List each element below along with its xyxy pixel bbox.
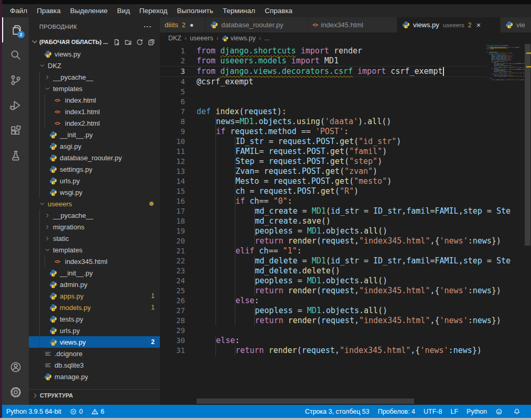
code-line-2[interactable]: 2from useeers.models import MD1 — [160, 56, 486, 66]
code-line-7[interactable]: 7def index(request): — [160, 107, 486, 117]
tree-folder-__pycache__[interactable]: __pycache__ — [29, 71, 160, 83]
menu-item-2[interactable]: Выделение — [66, 4, 113, 17]
tree-file-index1.html[interactable]: <>index1.html — [29, 106, 160, 117]
tree-file-index2.html[interactable]: <>index2.html — [29, 117, 160, 129]
breadcrumb-item-useeers[interactable]: useeers — [190, 35, 213, 42]
status-warning[interactable]: 6 — [87, 405, 109, 418]
tree-file-admin.py[interactable]: admin.py — [29, 279, 160, 290]
code-line-14[interactable]: 14Mesto = request.POST.get("mesto") — [160, 176, 486, 186]
code-line-20[interactable]: 20return render(request,"index345.html",… — [160, 236, 486, 246]
collapse-all-button[interactable] — [145, 37, 157, 47]
scrollbar-thumb[interactable] — [525, 44, 530, 246]
code-line-30[interactable]: 30else: — [160, 336, 486, 346]
status-right-2[interactable]: UTF-8 — [419, 405, 446, 418]
menu-item-7[interactable]: Справка — [260, 4, 297, 17]
code-line-28[interactable]: 28return render(request,"index345.html",… — [160, 316, 486, 326]
status-right-1[interactable]: Пробелов: 4 — [374, 405, 419, 418]
tree-file-models.py[interactable]: models.py1 — [29, 302, 160, 313]
code-line-15[interactable]: 15ch = request.POST.get("R") — [160, 186, 486, 196]
tree-file-urls.py[interactable]: urls.py — [29, 175, 160, 186]
code-line-8[interactable]: 8news=MD1.objects.using('daata').all() — [160, 117, 486, 127]
code-line-10[interactable]: 10ID_str = request.POST.get("id_str") — [160, 137, 486, 147]
tree-folder-templates[interactable]: templates — [29, 244, 160, 256]
code-line-22[interactable]: 22md_delete = MD1(id_str = ID_str,famil=… — [160, 256, 486, 266]
activity-source-control[interactable] — [2, 68, 29, 93]
status-right-4[interactable]: Python — [462, 405, 491, 418]
activity-files[interactable]: 2 — [2, 17, 29, 42]
tree-folder-static[interactable]: static — [29, 233, 160, 244]
code-editor[interactable]: 1from django.shortcuts import render2fro… — [160, 44, 531, 405]
tree-file-__init__.py[interactable]: __init__.py — [29, 129, 160, 140]
code-line-16[interactable]: 16if ch== "0": — [160, 196, 486, 206]
tree-file-urls.py[interactable]: urls.py — [29, 325, 160, 336]
code-line-19[interactable]: 19peopless = MD1.objects.all() — [160, 226, 486, 236]
status-error[interactable]: 0 — [66, 405, 87, 418]
activity-settings-gear[interactable] — [2, 380, 29, 405]
status-left-0[interactable]: Python 3.9.5 64-bit — [2, 405, 66, 418]
code-line-13[interactable]: 13Zvan= request.POST.get("zvan") — [160, 167, 486, 176]
horizontal-scrollbar[interactable] — [197, 399, 414, 404]
tree-file-db.sqlite3[interactable]: db.sqlite3 — [29, 359, 160, 371]
tab-views.py[interactable]: views.pyuseeers2× — [397, 17, 501, 32]
activity-search[interactable] — [2, 42, 29, 68]
tree-folder-useeers[interactable]: useeers — [29, 198, 160, 209]
code-line-5[interactable]: 5 — [160, 87, 486, 97]
code-line-31[interactable]: 31return render(request,"index345.html",… — [160, 346, 486, 356]
breadcrumb-item-...[interactable]: ... — [264, 35, 269, 42]
activity-run-debug[interactable] — [2, 93, 29, 118]
code-line-11[interactable]: 11FAMIL= request.POST.get("famil") — [160, 147, 486, 157]
code-line-3[interactable]: 3from django.views.decorators.csrf impor… — [160, 66, 486, 77]
tree-file-asgi.py[interactable]: asgi.py — [29, 140, 160, 152]
refresh-button[interactable] — [134, 37, 145, 47]
new-file-button[interactable] — [111, 37, 122, 47]
code-line-23[interactable]: 23md_delete.delete() — [160, 266, 486, 276]
tree-file-__init__.py[interactable]: __init__.py — [29, 267, 160, 279]
tree-folder-templates[interactable]: templates — [29, 83, 160, 94]
code-line-25[interactable]: 25return render(request,"index345.html",… — [160, 286, 486, 296]
new-folder-button[interactable] — [122, 37, 134, 47]
menu-item-3[interactable]: Вид — [112, 4, 134, 17]
status-right-3[interactable]: LF — [446, 405, 462, 418]
tree-file-views.py[interactable]: views.py2 — [29, 336, 160, 348]
code-line-29[interactable]: 29 — [160, 326, 486, 336]
breadcrumb-item-views.py[interactable]: views.py — [222, 35, 256, 42]
activity-testing[interactable] — [2, 143, 29, 168]
tree-file-tests.py[interactable]: tests.py — [29, 313, 160, 325]
code-line-27[interactable]: 27peopless = MD1.objects.all() — [160, 306, 486, 316]
menu-item-6[interactable]: Терминал — [218, 4, 260, 17]
status-right-0[interactable]: Строка 3, столбец 53 — [301, 405, 374, 418]
tree-file-settings.py[interactable]: settings.py — [29, 163, 160, 175]
vertical-scrollbar[interactable] — [524, 32, 531, 405]
menu-item-1[interactable]: Правка — [32, 4, 66, 17]
views-and-more-actions-button[interactable]: ··· — [142, 21, 154, 32]
tree-folder-migrations[interactable]: migrations — [29, 221, 160, 233]
code-line-4[interactable]: 4@csrf_exempt — [160, 77, 486, 87]
close-icon[interactable]: × — [476, 21, 481, 29]
status-bell[interactable] — [509, 405, 527, 418]
code-line-1[interactable]: 1from django.shortcuts import render — [160, 46, 486, 56]
tab-database_roouter.py[interactable]: database_roouter.py — [205, 17, 308, 32]
tab-vie[interactable]: vie — [501, 17, 531, 32]
workspace-section-header[interactable]: (РАБОЧАЯ ОБЛАСТЬ) ... — [29, 36, 160, 48]
status-feedback[interactable] — [491, 405, 509, 418]
minimap[interactable]: from django.shortcuts import renderfrom … — [486, 45, 524, 80]
tree-file-views.py[interactable]: views.py — [29, 48, 160, 60]
tree-file-apps.py[interactable]: apps.py1 — [29, 290, 160, 302]
menu-item-0[interactable]: Файл — [5, 4, 32, 17]
tree-file-database_roouter.py[interactable]: database_roouter.py — [29, 152, 160, 163]
tree-file-wsgi.py[interactable]: wsgi.py — [29, 186, 160, 198]
code-line-18[interactable]: 18md_create.save() — [160, 216, 486, 226]
tree-folder-__pycache__[interactable]: __pycache__ — [29, 209, 160, 221]
tree-file-index345.html[interactable]: <>index345.html — [29, 256, 160, 267]
activity-extensions[interactable] — [2, 118, 29, 143]
tree-folder-DKZ[interactable]: DKZ — [29, 60, 160, 71]
menu-item-5[interactable]: Выполнить — [172, 4, 218, 17]
breadcrumb-item-DKZ[interactable]: DKZ — [168, 35, 181, 42]
activity-account[interactable] — [2, 355, 29, 380]
tab-index345.html[interactable]: <>index345.html — [308, 17, 397, 32]
tree-file-manage.py[interactable]: manage.py — [29, 371, 160, 382]
code-line-9[interactable]: 9if request.method == 'POST': — [160, 127, 486, 137]
menu-item-4[interactable]: Переход — [135, 4, 172, 17]
outline-section-header[interactable]: СТРУКТУРА — [29, 389, 160, 401]
code-line-12[interactable]: 12Step = request.POST.get("step") — [160, 157, 486, 167]
